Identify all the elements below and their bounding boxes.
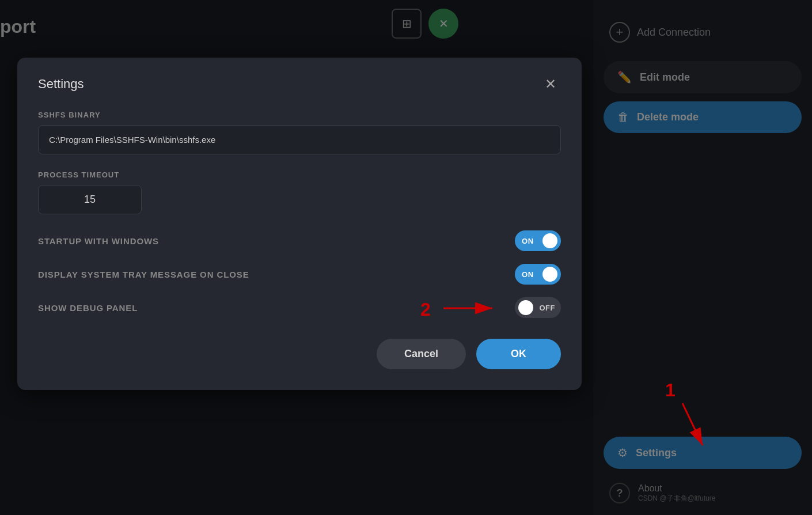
display-tray-toggle[interactable]: ON (515, 264, 561, 285)
startup-windows-toggle-text: ON (522, 237, 534, 245)
display-tray-row: DISPLAY SYSTEM TRAY MESSAGE ON CLOSE ON (38, 264, 561, 285)
sshfs-binary-section: SSHFS BINARY (38, 111, 561, 154)
show-debug-toggle-text: OFF (539, 304, 555, 312)
sshfs-binary-label: SSHFS BINARY (38, 111, 561, 119)
dialog-header: Settings ✕ (38, 75, 561, 93)
sshfs-binary-input[interactable] (38, 125, 561, 154)
show-debug-row: SHOW DEBUG PANEL OFF (38, 297, 561, 318)
ok-button[interactable]: OK (476, 339, 561, 369)
dialog-title: Settings (38, 77, 84, 92)
process-timeout-input[interactable] (38, 185, 142, 214)
show-debug-label: SHOW DEBUG PANEL (38, 303, 138, 313)
process-timeout-section: PROCESS TIMEOUT (38, 171, 561, 214)
show-debug-toggle-knob (518, 300, 533, 315)
cancel-button[interactable]: Cancel (377, 339, 466, 369)
display-tray-toggle-text: ON (522, 270, 534, 279)
startup-windows-label: STARTUP WITH WINDOWS (38, 236, 159, 246)
display-tray-label: DISPLAY SYSTEM TRAY MESSAGE ON CLOSE (38, 270, 249, 279)
startup-windows-row: STARTUP WITH WINDOWS ON (38, 230, 561, 251)
dialog-footer: Cancel OK (38, 339, 561, 369)
settings-dialog: Settings ✕ SSHFS BINARY PROCESS TIMEOUT … (17, 58, 582, 390)
startup-windows-toggle-knob (542, 233, 557, 248)
close-dialog-button[interactable]: ✕ (540, 75, 561, 93)
show-debug-toggle[interactable]: OFF (515, 297, 561, 318)
display-tray-toggle-knob (542, 267, 557, 282)
startup-windows-toggle[interactable]: ON (515, 230, 561, 251)
process-timeout-label: PROCESS TIMEOUT (38, 171, 561, 179)
